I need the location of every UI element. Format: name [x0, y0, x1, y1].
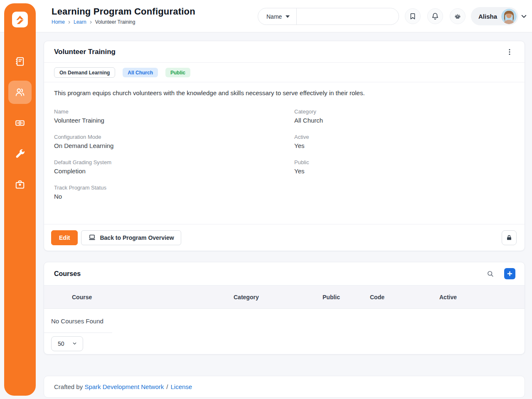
plus-icon	[506, 270, 513, 277]
field-label: Category	[294, 108, 515, 115]
field-category: Category All Church	[294, 108, 515, 124]
field-label: Configuration Mode	[54, 134, 294, 140]
user-name: Alisha	[478, 13, 497, 20]
license-link[interactable]: License	[170, 383, 192, 390]
field-default-grading-system: Default Grading System Completion	[54, 159, 294, 175]
kebab-icon	[505, 48, 514, 56]
chevron-down-icon[interactable]	[520, 12, 528, 20]
app-logo[interactable]	[12, 12, 28, 27]
field-value: No	[54, 193, 294, 200]
theme-toggle-button[interactable]	[450, 8, 466, 24]
sidebar-item-work[interactable]	[8, 173, 32, 196]
chevron-right-icon	[89, 20, 93, 24]
field-label: Track Program Status	[54, 185, 294, 191]
field-value: Yes	[294, 142, 515, 149]
rock-logo-icon	[14, 13, 26, 26]
field-label: Name	[54, 108, 294, 115]
edit-button[interactable]: Edit	[51, 230, 78, 245]
sunrise-icon	[453, 12, 462, 20]
bookmarks-button[interactable]	[405, 8, 421, 24]
add-course-button[interactable]	[504, 268, 515, 279]
caret-down-icon	[286, 15, 290, 18]
column-header-public[interactable]: Public	[323, 294, 370, 300]
courses-grid-actions	[485, 268, 515, 279]
footer-separator: /	[166, 383, 168, 390]
program-fields: Name Volunteer Training Configuration Mo…	[54, 108, 515, 210]
field-value: All Church	[294, 117, 515, 124]
field-name: Name Volunteer Training	[54, 108, 294, 124]
grid-search-button[interactable]	[485, 269, 495, 279]
page-title: Learning Program Configuration	[52, 6, 195, 17]
bell-icon	[431, 12, 439, 20]
footer-prefix: Crafted by	[54, 383, 83, 390]
cash-icon	[15, 118, 25, 128]
people-icon	[15, 87, 25, 98]
field-label: Default Grading System	[54, 159, 294, 165]
field-label: Active	[294, 134, 515, 140]
kebab-menu-button[interactable]	[504, 46, 515, 58]
page-size-value: 50	[58, 340, 64, 347]
security-lock-button[interactable]	[502, 230, 517, 245]
book-icon	[15, 56, 25, 67]
courses-pager: 50	[44, 333, 525, 354]
breadcrumb-home-link[interactable]: Home	[52, 19, 65, 25]
page-head: Learning Program Configuration Home Lear…	[52, 6, 195, 25]
back-button-label: Back to Program Overview	[100, 234, 174, 241]
sidebar-item-finance[interactable]	[8, 111, 32, 135]
sidebar	[4, 3, 36, 396]
field-label: Public	[294, 159, 515, 165]
chevron-down-icon	[72, 341, 77, 346]
avatar	[501, 9, 517, 24]
search-filter-dropdown[interactable]: Name	[258, 8, 296, 25]
field-configuration-mode: Configuration Mode On Demand Learning	[54, 134, 294, 149]
chevron-right-icon	[67, 20, 71, 24]
program-panel-actions: Edit Back to Program Overview	[44, 224, 525, 251]
column-header-course[interactable]: Course	[44, 294, 234, 300]
field-track-program-status: Track Program Status No	[54, 185, 294, 200]
sidebar-item-tools[interactable]	[8, 142, 32, 165]
program-panel-header: Volunteer Training	[44, 41, 525, 63]
breadcrumb-current: Volunteer Training	[95, 19, 135, 25]
global-search: Name	[258, 8, 399, 25]
courses-panel: Courses Course Category Public Code Act	[44, 262, 525, 355]
badge-configuration-mode: On Demand Learning	[54, 67, 115, 78]
badge-category: All Church	[123, 68, 158, 77]
search-input[interactable]	[297, 8, 399, 25]
courses-panel-title: Courses	[54, 270, 81, 278]
field-value: Volunteer Training	[54, 117, 294, 124]
column-header-code[interactable]: Code	[370, 294, 439, 300]
column-header-active[interactable]: Active	[439, 294, 525, 300]
field-value: On Demand Learning	[54, 142, 294, 149]
courses-empty-message: No Courses Found	[44, 309, 525, 333]
sidebar-item-people[interactable]	[8, 81, 32, 104]
breadcrumb: Home Learn Volunteer Training	[52, 19, 195, 25]
user-menu[interactable]: Alisha	[471, 7, 518, 25]
program-panel-title: Volunteer Training	[54, 48, 116, 56]
search-icon	[486, 270, 494, 278]
program-badges: On Demand Learning All Church Public	[44, 63, 525, 82]
page-size-select[interactable]: 50	[51, 336, 83, 351]
search-filter-label: Name	[266, 13, 282, 20]
briefcase-icon	[15, 179, 25, 190]
courses-table-header: Course Category Public Code Active	[44, 286, 525, 309]
field-value: Yes	[294, 167, 515, 175]
fields-left-column: Name Volunteer Training Configuration Mo…	[54, 108, 294, 210]
spark-development-network-link[interactable]: Spark Development Network	[84, 383, 164, 390]
sidebar-nav	[8, 50, 32, 196]
program-detail-panel: Volunteer Training On Demand Learning Al…	[44, 41, 525, 251]
fields-right-column: Category All Church Active Yes Public Ye…	[294, 108, 515, 210]
top-header: Learning Program Configuration Home Lear…	[0, 0, 532, 32]
field-active: Active Yes	[294, 134, 515, 149]
lock-icon	[505, 234, 513, 241]
breadcrumb-learn-link[interactable]: Learn	[74, 19, 86, 25]
back-to-program-overview-button[interactable]: Back to Program Overview	[81, 230, 181, 245]
wrench-icon	[15, 148, 25, 159]
learning-program-configuration-page: Learning Program Configuration Home Lear…	[0, 0, 532, 399]
courses-panel-header: Courses	[44, 262, 525, 286]
notifications-button[interactable]	[427, 8, 443, 24]
sidebar-item-book[interactable]	[8, 50, 32, 73]
field-public: Public Yes	[294, 159, 515, 175]
field-value: Completion	[54, 167, 294, 175]
badge-public: Public	[165, 68, 190, 77]
column-header-category[interactable]: Category	[234, 294, 323, 300]
